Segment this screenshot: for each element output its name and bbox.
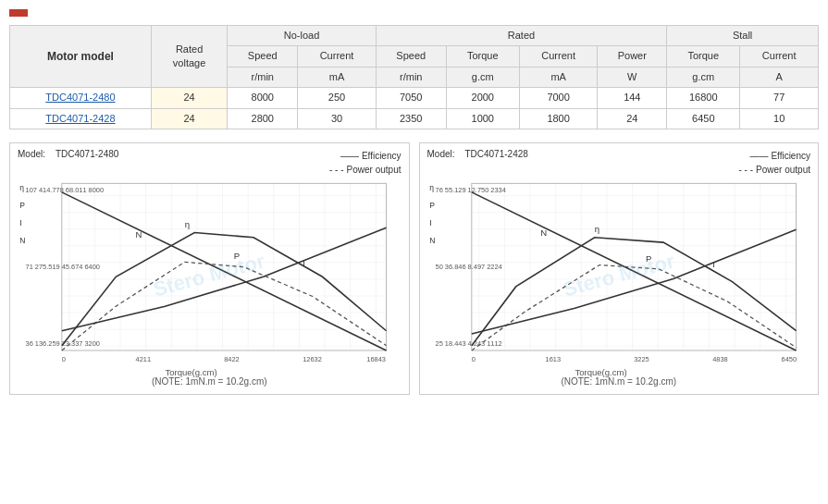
charts-row: Model: TDC4071-2480 Efficiency Power out… — [9, 142, 819, 395]
rated-speed-cell: 7050 — [376, 88, 446, 108]
chart-svg-0: η P I N 107 414.778 68.011 8000 71 275.5… — [18, 178, 402, 385]
svg-text:I: I — [303, 256, 305, 266]
chart-header-0: Model: TDC4071-2480 Efficiency Power out… — [18, 149, 402, 177]
svg-text:N: N — [136, 229, 142, 240]
svg-text:η: η — [429, 183, 434, 192]
noload-current-header: Current — [298, 46, 377, 67]
rated-voltage-cell: 24 — [151, 88, 227, 108]
chart-tdc4071-2428: Model: TDC4071-2428 Efficiency Power out… — [419, 142, 820, 395]
noload-speed-header: Speed — [228, 46, 298, 67]
svg-text:N: N — [540, 227, 547, 238]
motor-model-header: Motor model — [10, 26, 152, 88]
svg-text:I: I — [712, 259, 715, 269]
chart-svg-area-1: Stero Motor η P I N 76 55.129 12.750 233… — [427, 178, 811, 373]
rated-power-cell: 24 — [598, 108, 667, 129]
legend-power-0: Power output — [329, 163, 401, 177]
table-body: TDC4071-24802480002507050200070001441680… — [10, 88, 819, 129]
rated-group-header: Rated — [376, 26, 666, 46]
svg-text:25  18.443  4.243 1112: 25 18.443 4.243 1112 — [435, 339, 501, 348]
rated-torque-cell: 1000 — [446, 108, 519, 129]
svg-text:P: P — [19, 201, 25, 210]
table-row: TDC4071-24282428003023501000180024645010 — [10, 108, 819, 129]
stall-torque-cell: 6450 — [667, 108, 740, 129]
svg-text:Torque(g.cm): Torque(g.cm) — [575, 367, 626, 377]
svg-text:1613: 1613 — [545, 355, 561, 363]
svg-text:N: N — [19, 236, 25, 245]
svg-text:P: P — [645, 253, 650, 264]
svg-text:76  55.129 12.750 2334: 76 55.129 12.750 2334 — [435, 186, 505, 194]
rated-current-cell: 7000 — [519, 88, 598, 108]
svg-text:I: I — [429, 218, 431, 227]
column-groups-row: Motor model Ratedvoltage No-load Rated S… — [10, 26, 819, 46]
rated-speed-cell: 2350 — [376, 108, 446, 129]
unit-stall-torque: g.cm — [667, 67, 740, 87]
svg-text:η: η — [185, 219, 190, 229]
svg-text:0: 0 — [62, 355, 66, 363]
noload-current-cell: 30 — [298, 108, 377, 129]
chart-header-1: Model: TDC4071-2428 Efficiency Power out… — [427, 149, 811, 177]
svg-text:71  275.519 45.674 6400: 71 275.519 45.674 6400 — [26, 263, 100, 271]
rated-power-cell: 144 — [598, 88, 667, 108]
chart-legend-1: Efficiency Power output — [739, 149, 810, 177]
unit-noload-current: mA — [298, 67, 377, 87]
svg-text:P: P — [429, 201, 435, 210]
legend-efficiency-1: Efficiency — [739, 149, 810, 163]
noload-speed-cell: 8000 — [228, 88, 298, 108]
chart-model-label-0: Model: TDC4071-2480 — [18, 149, 118, 159]
svg-text:Torque(g.cm): Torque(g.cm) — [165, 367, 216, 377]
stall-torque-header: Torque — [667, 46, 740, 67]
section-title — [9, 9, 28, 17]
unit-stall-current: A — [740, 67, 819, 87]
stall-current-cell: 77 — [740, 88, 819, 108]
svg-text:4838: 4838 — [712, 355, 728, 363]
legend-efficiency-0: Efficiency — [329, 149, 401, 163]
unit-rated-speed: r/min — [376, 67, 446, 87]
chart-svg-area-0: Stero Motor η P I N 107 414.778 68.011 8… — [18, 178, 402, 373]
svg-text:η: η — [19, 183, 24, 192]
rated-current-header: Current — [519, 46, 598, 67]
chart-svg-1: η P I N 76 55.129 12.750 2334 50 36.846 … — [427, 178, 811, 385]
noload-group-header: No-load — [228, 26, 376, 46]
rated-voltage-header: Ratedvoltage — [151, 26, 227, 88]
chart-tdc4071-2480: Model: TDC4071-2480 Efficiency Power out… — [9, 142, 410, 395]
chart-model-0: Model: TDC4071-2480 — [18, 149, 118, 159]
rated-current-cell: 1800 — [519, 108, 598, 129]
svg-text:8422: 8422 — [224, 355, 240, 363]
svg-text:36  136.259 23.337 3200: 36 136.259 23.337 3200 — [26, 339, 100, 348]
model-cell[interactable]: TDC4071-2480 — [10, 88, 152, 108]
rated-voltage-cell: 24 — [151, 108, 227, 129]
svg-text:P: P — [234, 251, 240, 261]
noload-current-cell: 250 — [298, 88, 377, 108]
rated-torque-cell: 2000 — [446, 88, 519, 108]
noload-speed-cell: 2800 — [228, 108, 298, 129]
unit-rated-torque: g.cm — [446, 67, 519, 87]
table-row: TDC4071-24802480002507050200070001441680… — [10, 88, 819, 108]
svg-text:16843: 16843 — [366, 355, 386, 363]
unit-rated-current: mA — [519, 67, 598, 87]
rated-torque-header: Torque — [446, 46, 519, 67]
svg-text:6450: 6450 — [781, 355, 797, 363]
unit-rated-power: W — [598, 67, 667, 87]
stall-current-header: Current — [740, 46, 819, 67]
rated-power-header: Power — [598, 46, 667, 67]
stall-current-cell: 10 — [740, 108, 819, 129]
svg-rect-0 — [62, 183, 387, 350]
chart-legend-0: Efficiency Power output — [329, 149, 401, 177]
svg-text:I: I — [19, 218, 21, 227]
svg-text:50  36.846  8.497 2224: 50 36.846 8.497 2224 — [435, 263, 501, 271]
svg-text:4211: 4211 — [136, 355, 152, 363]
motor-data-table: Motor model Ratedvoltage No-load Rated S… — [9, 25, 819, 129]
stall-torque-cell: 16800 — [667, 88, 740, 108]
svg-text:N: N — [429, 236, 435, 245]
rated-speed-header: Speed — [376, 46, 446, 67]
svg-text:12632: 12632 — [303, 355, 322, 363]
model-cell[interactable]: TDC4071-2428 — [10, 108, 152, 129]
legend-power-1: Power output — [739, 163, 810, 177]
stall-group-header: Stall — [667, 26, 819, 46]
svg-text:3225: 3225 — [634, 355, 649, 363]
svg-text:η: η — [594, 224, 599, 234]
chart-model-label-1: Model: TDC4071-2428 — [427, 149, 528, 159]
chart-model-1: Model: TDC4071-2428 — [427, 149, 528, 159]
unit-noload-speed: r/min — [228, 67, 298, 87]
svg-text:0: 0 — [471, 355, 475, 363]
